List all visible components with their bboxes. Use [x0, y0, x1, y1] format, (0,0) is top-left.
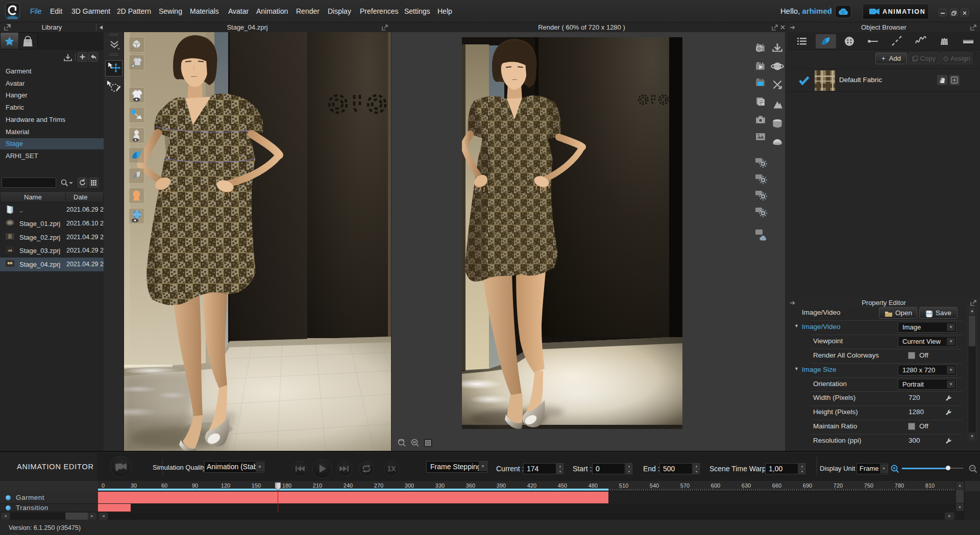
svg-text:1X: 1X — [387, 465, 396, 473]
svg-text:C: C — [842, 10, 845, 15]
